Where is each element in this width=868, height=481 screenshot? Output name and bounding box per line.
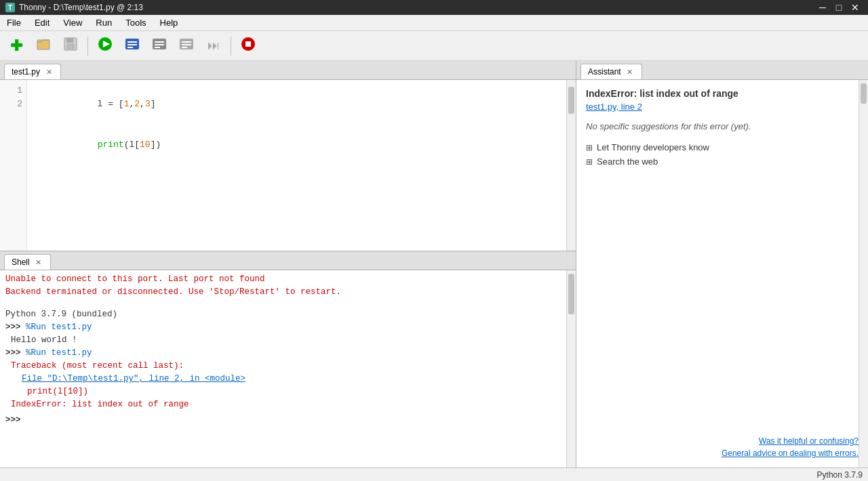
shell-scrollbar[interactable] <box>566 270 576 467</box>
shell-prompt-1: >>> <box>5 322 26 332</box>
assistant-expand-label-1: Let Thonny developers know <box>597 142 709 152</box>
stop-button[interactable] <box>236 34 260 58</box>
assistant-tab-close[interactable]: ✕ <box>625 67 635 77</box>
left-panel: test1.py ✕ 1 2 l = [1,2,3] print(l[10]) <box>0 61 576 467</box>
shell-traceback-file[interactable]: File "D:\Temp\test1.py", line 2, in <mod… <box>22 374 245 383</box>
debug-icon <box>124 36 140 56</box>
new-button[interactable]: ✚ <box>4 34 28 58</box>
shell-scrollbar-thumb <box>568 274 574 314</box>
editor-tab-label: test1.py <box>12 67 40 77</box>
shell-final-prompt[interactable]: >>> <box>5 414 561 427</box>
menu-tools[interactable]: Tools <box>119 16 153 29</box>
shell-section: Shell ✕ Unable to connect to this port. … <box>0 251 576 467</box>
main-content: test1.py ✕ 1 2 l = [1,2,3] print(l[10]) <box>0 61 868 467</box>
assistant-expand-label-2: Search the web <box>597 156 658 167</box>
close-button[interactable]: ✕ <box>848 0 863 15</box>
shell-traceback-file-container: File "D:\Temp\test1.py", line 2, in <mod… <box>5 373 561 385</box>
resume-button[interactable]: ⏭ <box>201 34 226 58</box>
menu-help[interactable]: Help <box>153 16 185 29</box>
assistant-error-title: IndexError: list index out of range <box>586 88 859 99</box>
menu-file[interactable]: File <box>0 16 28 29</box>
maximize-button[interactable]: □ <box>831 0 846 15</box>
step-over-icon <box>151 36 167 56</box>
open-icon <box>36 37 51 55</box>
shell-spacer <box>5 303 561 308</box>
toolbar: ✚ ⏭ <box>0 31 868 61</box>
assistant-error-link[interactable]: test1.py, line 2 <box>586 102 859 112</box>
menu-edit[interactable]: Edit <box>28 16 56 29</box>
scrollbar-track <box>567 80 576 251</box>
svg-rect-12 <box>155 44 164 45</box>
code-line-2: print(l[10]) <box>34 125 559 165</box>
editor-tab-test1[interactable]: test1.py ✕ <box>4 64 61 79</box>
step-into-button[interactable] <box>174 34 199 58</box>
editor-section: test1.py ✕ 1 2 l = [1,2,3] print(l[10]) <box>0 61 576 251</box>
svg-rect-7 <box>127 41 137 43</box>
expand-icon-1: ⊞ <box>586 143 593 152</box>
shell-error-line: Unable to connect to this port. Last por… <box>5 273 561 286</box>
svg-rect-19 <box>245 41 251 47</box>
save-button[interactable] <box>58 34 83 58</box>
assistant-tabs: Assistant ✕ <box>576 61 868 80</box>
code-line-1: l = [1,2,3] <box>34 84 559 125</box>
svg-rect-17 <box>182 47 187 48</box>
assistant-tab-label: Assistant <box>588 67 621 77</box>
assistant-expand-2[interactable]: ⊞ Search the web <box>586 156 859 167</box>
svg-rect-16 <box>182 44 191 45</box>
assistant-footer: Was it helpful or confusing? General adv… <box>722 436 859 458</box>
app-icon: T <box>5 3 15 12</box>
editor-content[interactable]: 1 2 l = [1,2,3] print(l[10]) <box>0 80 576 251</box>
menu-run[interactable]: Run <box>89 16 119 29</box>
assistant-panel: Assistant ✕ IndexError: list index out o… <box>576 61 868 467</box>
debug-button[interactable] <box>120 34 144 58</box>
toolbar-separator-1 <box>87 37 88 56</box>
resume-icon: ⏭ <box>208 39 220 53</box>
open-button[interactable] <box>31 34 56 58</box>
shell-tabs: Shell ✕ <box>0 251 576 270</box>
title-text: Thonny - D:\Temp\test1.py @ 2:13 <box>19 3 143 12</box>
menu-view[interactable]: View <box>56 16 89 29</box>
editor-tab-close[interactable]: ✕ <box>44 67 54 77</box>
shell-run2: >>> %Run test1.py <box>5 347 561 360</box>
scrollbar-thumb <box>568 87 574 114</box>
assistant-content: IndexError: list index out of range test… <box>576 80 868 467</box>
svg-rect-13 <box>155 47 160 48</box>
run-button[interactable] <box>93 34 117 58</box>
assistant-expand-1[interactable]: ⊞ Let Thonny developers know <box>586 142 859 152</box>
svg-rect-15 <box>182 41 191 43</box>
minimize-button[interactable]: ─ <box>815 0 830 15</box>
shell-traceback-code: print(l[10]) <box>5 385 561 398</box>
step-into-icon <box>178 36 195 56</box>
svg-rect-9 <box>127 47 133 48</box>
save-icon <box>63 37 78 55</box>
step-over-button[interactable] <box>147 34 172 58</box>
shell-prompt-2: >>> <box>5 348 26 358</box>
shell-tab-close[interactable]: ✕ <box>34 257 43 267</box>
shell-final-prompt-text: >>> <box>5 415 21 425</box>
line-numbers: 1 2 <box>0 80 27 251</box>
stop-icon <box>240 36 256 56</box>
new-icon: ✚ <box>10 37 22 55</box>
svg-rect-3 <box>67 44 74 49</box>
shell-traceback-header: Traceback (most recent call last): <box>5 360 561 373</box>
shell-output[interactable]: Unable to connect to this port. Last por… <box>0 270 566 467</box>
editor-scrollbar[interactable] <box>566 80 576 251</box>
shell-run2-cmd: %Run test1.py <box>26 348 92 358</box>
window-controls: ─ □ ✕ <box>815 0 863 15</box>
svg-rect-0 <box>37 40 50 49</box>
code-editor[interactable]: l = [1,2,3] print(l[10]) <box>27 80 566 251</box>
assistant-scrollbar[interactable] <box>859 80 868 467</box>
svg-rect-2 <box>66 38 73 43</box>
assistant-footer-link-1[interactable]: Was it helpful or confusing? <box>722 436 859 446</box>
shell-backend-msg: Backend terminated or disconnected. Use … <box>5 286 561 299</box>
svg-rect-11 <box>155 41 164 43</box>
assistant-footer-link-2[interactable]: General advice on dealing with errors. <box>722 448 859 458</box>
assistant-scrollbar-track <box>859 80 868 467</box>
shell-tab[interactable]: Shell ✕ <box>4 254 51 270</box>
editor-tabs: test1.py ✕ <box>0 61 576 80</box>
expand-icon-2: ⊞ <box>586 157 593 167</box>
assistant-tab[interactable]: Assistant ✕ <box>580 64 642 79</box>
menu-bar: File Edit View Run Tools Help <box>0 15 868 31</box>
shell-python-version: Python 3.7.9 (bundled) <box>5 308 561 321</box>
line-number-1: 1 <box>0 84 26 98</box>
